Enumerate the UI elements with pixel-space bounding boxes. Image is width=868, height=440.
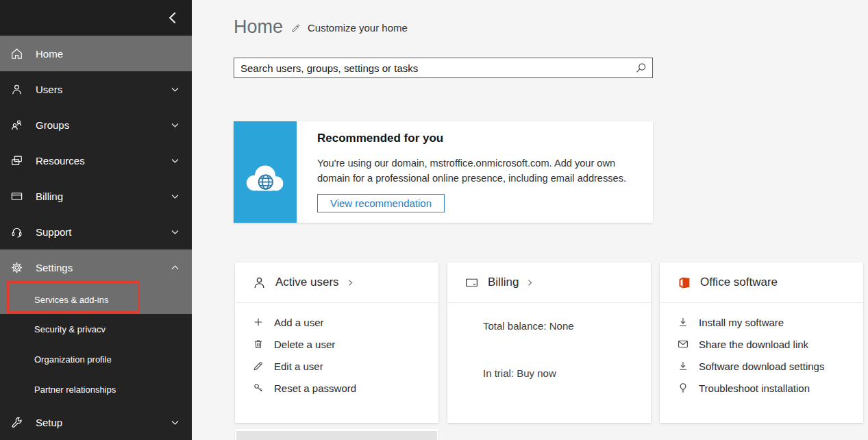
trial-buy-now-link[interactable]: In trial: Buy now: [483, 367, 556, 379]
page-title: Home: [234, 16, 283, 38]
chevron-left-icon: [166, 17, 181, 27]
chevron-right-icon: [526, 279, 534, 286]
sidebar-item-users[interactable]: Users: [0, 71, 192, 107]
software-download-settings-button[interactable]: Software download settings: [660, 355, 863, 377]
item-label: Reset a password: [274, 382, 356, 394]
office-software-card-header: Office software: [660, 262, 863, 303]
card-title: Office software: [700, 276, 778, 289]
sidebar: Home Users Groups Resources: [0, 0, 192, 440]
main-content: Home Customize your home: [192, 0, 868, 440]
sidebar-item-services-add-ins[interactable]: Services & add-ins: [0, 285, 192, 314]
item-label: Share the download link: [699, 339, 808, 350]
sidebar-item-label: Billing: [36, 191, 63, 202]
recommendation-card: Recommended for you You're using our dom…: [234, 121, 653, 223]
sidebar-item-billing[interactable]: Billing: [0, 178, 192, 214]
chevron-right-icon: [347, 279, 354, 286]
sidebar-subitem-label: Security & privacv: [34, 324, 106, 334]
chevron-down-icon: [171, 121, 179, 130]
chevron-down-icon: [171, 156, 179, 165]
key-icon: [252, 382, 264, 394]
customize-home-label: Customize your home: [308, 22, 408, 34]
plus-icon: [252, 316, 264, 328]
collapse-sidebar-button[interactable]: [166, 10, 181, 25]
sidebar-item-resources[interactable]: Resources: [0, 143, 192, 178]
office-logo-icon: [677, 276, 691, 290]
active-users-card-header[interactable]: Active users: [235, 262, 438, 303]
view-recommendation-button[interactable]: View recommendation: [317, 194, 445, 212]
recommendation-body: You're using our domain, mstroffice.onmi…: [317, 156, 634, 186]
edit-user-button[interactable]: Edit a user: [235, 355, 438, 377]
office-software-card: Office software Install my software Shar…: [660, 262, 863, 423]
item-label: Install my software: [699, 317, 784, 328]
pencil-icon: [290, 23, 301, 34]
recommendation-title: Recommended for you: [317, 132, 443, 145]
troubleshoot-installation-button[interactable]: Troubleshoot installation: [660, 377, 863, 399]
search-input[interactable]: [234, 58, 652, 77]
item-label: Software download settings: [699, 360, 824, 372]
resources-icon: [10, 154, 23, 167]
active-users-card: Active users Add a user Delete a user: [235, 262, 438, 423]
group-icon: [10, 119, 23, 132]
item-label: Add a user: [274, 317, 324, 328]
credit-card-icon: [464, 276, 479, 290]
wrench-icon: [10, 416, 23, 429]
add-user-button[interactable]: Add a user: [235, 311, 438, 333]
chevron-up-icon: [171, 263, 179, 272]
sidebar-item-label: Groups: [36, 119, 69, 131]
card-title: Active users: [275, 276, 339, 289]
admin-center-app: Home Users Groups Resources: [0, 0, 868, 440]
delete-user-button[interactable]: Delete a user: [235, 333, 438, 355]
user-icon: [10, 83, 23, 96]
credit-card-icon: [10, 190, 23, 203]
sidebar-item-label: Settings: [36, 262, 73, 273]
sidebar-item-label: Users: [36, 84, 62, 95]
partial-card-header-strip: [236, 431, 437, 440]
sidebar-subitem-label: Organization profile: [34, 354, 112, 365]
partial-card-below: [235, 429, 438, 440]
sidebar-item-settings[interactable]: Settings: [0, 249, 192, 285]
search-box: [234, 58, 653, 78]
sidebar-item-partner-relationships[interactable]: Partner relationships: [0, 374, 192, 404]
sidebar-item-support[interactable]: Support: [0, 214, 192, 249]
download-icon: [677, 360, 689, 372]
cloud-globe-icon: [242, 147, 288, 197]
item-label: Edit a user: [274, 360, 323, 372]
chevron-down-icon: [171, 192, 179, 201]
item-label: Delete a user: [274, 339, 335, 350]
sidebar-item-home[interactable]: Home: [0, 36, 192, 71]
trash-icon: [252, 338, 264, 350]
lightbulb-icon: [677, 382, 689, 394]
download-icon: [677, 316, 689, 328]
recommendation-art: [234, 121, 297, 223]
share-download-link-button[interactable]: Share the download link: [660, 333, 863, 355]
pencil-icon: [252, 360, 264, 372]
chevron-down-icon: [171, 418, 179, 427]
card-title: Billing: [488, 276, 519, 289]
chevron-down-icon: [171, 85, 179, 94]
search-icon[interactable]: [635, 62, 647, 74]
headset-icon: [10, 225, 23, 239]
gear-icon: [10, 261, 23, 274]
sidebar-header: [0, 0, 192, 36]
sidebar-subitem-label: Services & add-ins: [34, 295, 108, 305]
customize-home-button[interactable]: Customize your home: [290, 22, 408, 34]
sidebar-subitem-label: Partner relationships: [34, 384, 116, 395]
home-icon: [10, 47, 23, 60]
sidebar-item-organization-profile[interactable]: Organization profile: [0, 344, 192, 374]
sidebar-item-setup[interactable]: Setup: [0, 404, 192, 440]
reset-password-button[interactable]: Reset a password: [235, 377, 438, 399]
user-icon: [252, 276, 266, 290]
sidebar-item-label: Resources: [36, 155, 85, 167]
sidebar-item-label: Home: [36, 48, 63, 60]
billing-card: Billing Total balance: None In trial: Bu…: [447, 262, 651, 423]
mail-icon: [677, 338, 689, 350]
item-label: Troubleshoot installation: [699, 382, 810, 394]
total-balance-text: Total balance: None: [483, 320, 574, 332]
sidebar-item-security-privacy[interactable]: Security & privacv: [0, 314, 192, 344]
sidebar-item-label: Support: [36, 226, 72, 238]
chevron-down-icon: [171, 228, 179, 236]
sidebar-item-label: Setup: [36, 417, 62, 428]
sidebar-item-groups[interactable]: Groups: [0, 107, 192, 143]
install-software-button[interactable]: Install my software: [660, 311, 863, 333]
billing-card-header[interactable]: Billing: [447, 262, 651, 303]
